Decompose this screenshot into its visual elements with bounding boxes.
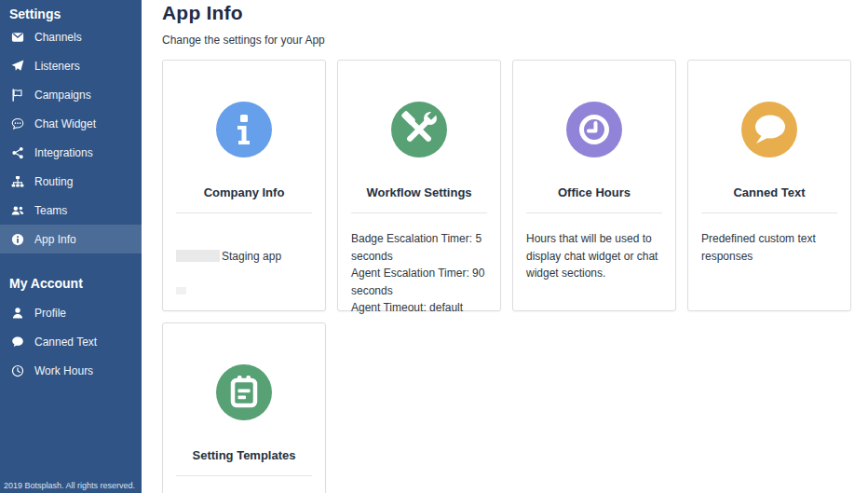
redacted-text-block [176, 250, 220, 262]
sidebar-item-label: App Info [34, 233, 76, 246]
sidebar-item-label: Channels [34, 31, 82, 44]
info-icon [216, 102, 272, 157]
card-divider [176, 475, 312, 476]
card-workflow-settings[interactable]: Workflow Settings Badge Escalation Timer… [337, 60, 501, 311]
card-title: Canned Text [701, 185, 837, 199]
sidebar-item-label: Integrations [34, 146, 93, 159]
card-office-hours[interactable]: Office Hours Hours that will be used to … [512, 60, 676, 311]
sidebar-item-app-info[interactable]: App Info [0, 225, 142, 253]
clock-icon [566, 102, 622, 157]
card-title: Office Hours [526, 185, 662, 199]
copyright-text: 2019 Botsplash. All rights reserved. [4, 481, 135, 490]
sidebar-item-label: Campaigns [34, 89, 91, 102]
sidebar-item-label: Profile [34, 307, 66, 320]
card-body: Staging app [176, 230, 312, 299]
card-divider [701, 212, 837, 213]
share-nodes-icon [10, 145, 25, 160]
my-account-section-title: My Account [0, 274, 142, 293]
flag-icon [10, 88, 25, 103]
clock-icon [10, 363, 25, 378]
sitemap-icon [10, 174, 25, 189]
settings-cards-grid: Company Info Staging app [162, 60, 851, 493]
sidebar-item-profile[interactable]: Profile [0, 298, 142, 327]
calendar-icon [216, 364, 272, 420]
company-name-text: Staging app [222, 248, 281, 266]
card-divider [351, 212, 487, 213]
sidebar-item-routing[interactable]: Routing [0, 167, 142, 196]
sidebar-item-chat-widget[interactable]: Chat Widget [0, 109, 142, 138]
redacted-text-block-small [176, 287, 186, 294]
card-body: Predefined custom text responses [701, 230, 837, 265]
settings-sidebar: Settings Channels Listeners Campaigns [0, 0, 142, 493]
sidebar-item-listeners[interactable]: Listeners [0, 51, 142, 80]
paper-plane-icon [10, 59, 25, 74]
page-subtitle: Change the settings for your App [162, 34, 868, 47]
comment-dots-icon [10, 116, 25, 131]
sidebar-item-label: Routing [34, 175, 73, 188]
card-title: Workflow Settings [351, 185, 487, 199]
user-icon [10, 306, 25, 321]
sidebar-item-label: Canned Text [34, 336, 97, 349]
sidebar-item-teams[interactable]: Teams [0, 196, 142, 225]
sidebar-item-canned-text[interactable]: Canned Text [0, 327, 142, 356]
sidebar-item-channels[interactable]: Channels [0, 22, 142, 51]
card-canned-text[interactable]: Canned Text Predefined custom text respo… [687, 60, 851, 311]
card-body: Hours that will be used to display chat … [526, 230, 662, 282]
card-divider [526, 212, 662, 213]
sidebar-item-integrations[interactable]: Integrations [0, 138, 142, 167]
card-divider [176, 212, 312, 213]
settings-nav: Channels Listeners Campaigns Chat Widget [0, 22, 142, 253]
sidebar-item-campaigns[interactable]: Campaigns [0, 80, 142, 109]
sidebar-item-work-hours[interactable]: Work Hours [0, 356, 142, 385]
comment-icon [10, 335, 25, 349]
card-title: Setting Templates [176, 448, 312, 462]
comment-icon [741, 102, 797, 157]
sidebar-item-label: Listeners [34, 60, 80, 73]
card-body: Badge Escalation Timer: 5 seconds Agent … [351, 230, 487, 317]
tools-icon [391, 102, 447, 157]
my-account-nav: Profile Canned Text Work Hours [0, 298, 142, 385]
card-title: Company Info [176, 185, 312, 199]
app-window: Settings Channels Listeners Campaigns [0, 0, 868, 493]
sidebar-title: Settings [0, 0, 142, 22]
sidebar-item-label: Work Hours [34, 364, 93, 377]
sidebar-item-label: Teams [34, 204, 67, 217]
sidebar-item-label: Chat Widget [34, 117, 96, 130]
info-circle-icon [10, 232, 25, 247]
page-title: App Info [162, 2, 868, 24]
card-setting-templates[interactable]: Setting Templates Built-in templates and… [162, 322, 326, 493]
main-content: App Info Change the settings for your Ap… [142, 0, 868, 493]
users-icon [10, 203, 25, 218]
channels-icon [10, 30, 25, 45]
card-company-info[interactable]: Company Info Staging app [162, 60, 326, 311]
